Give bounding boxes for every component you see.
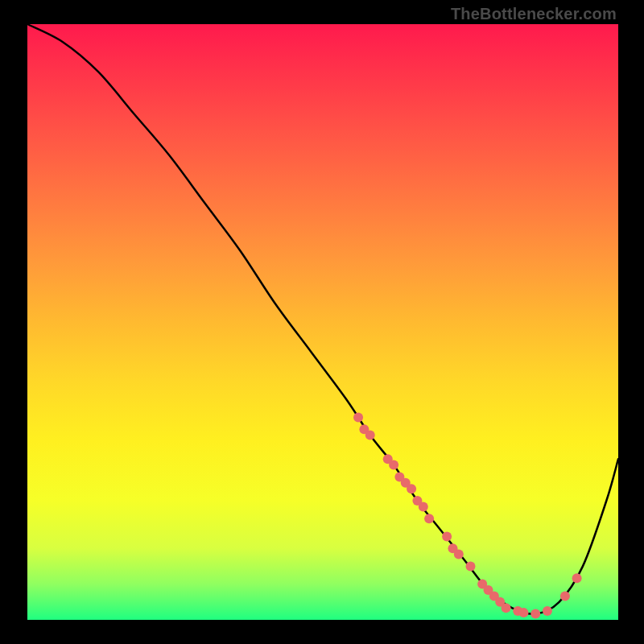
- plot-area: [27, 24, 618, 620]
- highlight-dot: [353, 412, 363, 422]
- bottleneck-curve: [27, 24, 618, 614]
- highlight-dot: [389, 460, 398, 470]
- chart-frame: TheBottlenecker.com: [0, 0, 644, 644]
- highlight-dot: [572, 573, 582, 583]
- highlight-dot: [519, 608, 529, 617]
- highlight-dot: [424, 514, 434, 523]
- highlight-dot: [543, 606, 552, 616]
- highlight-dot: [530, 609, 540, 619]
- highlight-dots: [353, 412, 582, 618]
- highlight-dot: [502, 603, 511, 613]
- highlight-dot: [442, 531, 452, 541]
- highlight-dot: [466, 561, 476, 571]
- attribution-label: TheBottlenecker.com: [451, 5, 617, 23]
- curve-layer: [27, 24, 618, 620]
- highlight-dot: [365, 431, 375, 440]
- highlight-dot: [419, 502, 428, 511]
- highlight-dot: [407, 484, 416, 493]
- highlight-dot: [454, 550, 464, 559]
- highlight-dot: [560, 591, 570, 601]
